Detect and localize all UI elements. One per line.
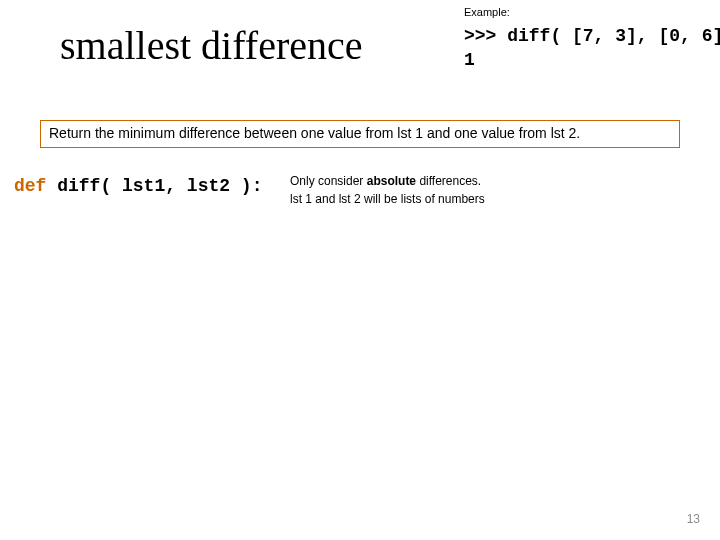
note-line-1: Only consider absolute differences. xyxy=(290,172,485,190)
def-keyword: def xyxy=(14,176,46,196)
return-description-box: Return the minimum difference between on… xyxy=(40,120,680,148)
example-label: Example: xyxy=(464,6,510,18)
note-line-1-bold: absolute xyxy=(367,174,416,188)
note-line-1-post: differences. xyxy=(416,174,481,188)
def-signature: diff( lst1, lst2 ): xyxy=(46,176,262,196)
page-number: 13 xyxy=(687,512,700,526)
note-line-2: lst 1 and lst 2 will be lists of numbers xyxy=(290,190,485,208)
slide: smallest difference Example: >>> diff( [… xyxy=(0,0,720,540)
function-definition: def diff( lst1, lst2 ): xyxy=(14,176,262,196)
return-description-text: Return the minimum difference between on… xyxy=(49,125,580,141)
notes-block: Only consider absolute differences. lst … xyxy=(290,172,485,208)
example-code: >>> diff( [7, 3], [0, 6] ) 1 xyxy=(464,24,720,72)
note-line-1-pre: Only consider xyxy=(290,174,367,188)
page-title: smallest difference xyxy=(60,22,362,69)
